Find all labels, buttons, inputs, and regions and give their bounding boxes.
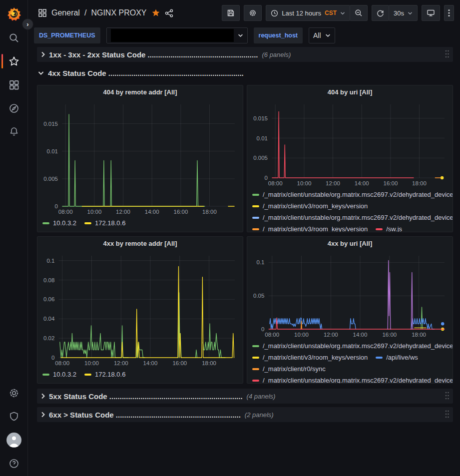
legend-swatch xyxy=(376,357,383,359)
panel-title[interactable]: 4xx by uri [All] xyxy=(247,237,453,251)
gear-icon xyxy=(8,388,19,399)
svg-text:18:00: 18:00 xyxy=(202,209,217,215)
grafana-app: › xyxy=(0,0,460,476)
legend-swatch xyxy=(84,222,91,224)
sidebar-item-starred[interactable] xyxy=(0,49,28,73)
legend-label: /_matrix/client/v3/room_keys/version xyxy=(263,352,368,363)
row-panel-count: (4 panels) xyxy=(247,393,276,400)
variable-label-request-host[interactable]: request_host xyxy=(254,27,303,43)
time-series-chart[interactable]: 08:0010:0012:0014:0016:0018:0000.0050.01… xyxy=(247,99,453,188)
legend-item[interactable]: /_matrix/client/unstable/org.matrix.msc2… xyxy=(252,340,453,352)
legend-item[interactable]: /_matrix/client/r0/sync xyxy=(252,363,326,375)
sidebar-bottom xyxy=(0,381,28,476)
svg-text:08:00: 08:00 xyxy=(265,332,279,338)
legend-item[interactable]: /_matrix/client/v3/room_keys/version xyxy=(252,200,368,212)
legend-item[interactable]: 172.18.0.6 xyxy=(84,369,125,380)
variables-bar: DS_PROMETHEUS request_host All xyxy=(28,26,460,45)
refresh-button[interactable] xyxy=(372,5,389,21)
sidebar-item-alerting[interactable] xyxy=(0,120,28,143)
row-title: 6xx > Status Code ......................… xyxy=(49,411,241,419)
legend-swatch xyxy=(252,228,259,230)
chart-legend: 10.0.3.2172.18.0.6 xyxy=(37,216,243,232)
row-drag-handle[interactable] xyxy=(445,49,450,60)
svg-text:16:00: 16:00 xyxy=(174,209,188,215)
save-dashboard-button[interactable] xyxy=(222,5,240,21)
star-filled-icon[interactable] xyxy=(151,8,160,17)
svg-text:0.02: 0.02 xyxy=(43,335,54,341)
sidebar-expand-button[interactable]: › xyxy=(22,18,33,30)
legend-swatch xyxy=(84,374,91,376)
sidebar-item-dashboards[interactable] xyxy=(0,73,28,96)
row-drag-handle[interactable] xyxy=(445,391,450,402)
request-host-select[interactable]: All xyxy=(309,27,335,43)
legend-item[interactable]: 10.0.3.2 xyxy=(42,369,76,380)
svg-text:16:00: 16:00 xyxy=(382,332,397,338)
help-icon xyxy=(8,458,19,469)
sidebar-item-explore[interactable] xyxy=(0,96,28,120)
legend-swatch xyxy=(252,345,259,347)
row-panel-count: (2 panels) xyxy=(245,411,274,419)
svg-text:18:00: 18:00 xyxy=(202,360,216,366)
panel-404-by-remote-addr: 404 by remote addr [All] 08:0010:0012:00… xyxy=(37,85,243,232)
chart-legend: /_matrix/client/unstable/org.matrix.msc2… xyxy=(247,188,453,232)
legend-item[interactable]: /_matrix/client/v3/room_keys/version xyxy=(252,352,368,363)
svg-text:18:00: 18:00 xyxy=(412,332,426,338)
time-series-chart[interactable]: 08:0010:0012:0014:0016:0018:0000.050.1 xyxy=(247,251,453,339)
svg-text:0.06: 0.06 xyxy=(43,296,54,302)
legend-swatch xyxy=(42,374,49,376)
chevron-down-icon xyxy=(238,33,243,37)
legend-label: 10.0.3.2 xyxy=(53,369,76,380)
time-series-chart[interactable]: 08:0010:0012:0014:0016:0018:0000.020.040… xyxy=(37,251,243,368)
row-1xx-3xx-2xx[interactable]: 1xx - 3xx - 2xx Status Code ............… xyxy=(37,47,453,62)
row-4xx[interactable]: 4xx Status Code ........................… xyxy=(37,66,453,80)
svg-text:08:00: 08:00 xyxy=(268,180,283,186)
row-6xx[interactable]: 6xx > Status Code ......................… xyxy=(37,407,453,422)
variable-label-datasource[interactable]: DS_PROMETHEUS xyxy=(34,27,100,43)
zoom-out-time-button[interactable] xyxy=(350,5,368,21)
sidebar-item-configuration[interactable] xyxy=(0,381,28,405)
breadcrumb-separator: / xyxy=(84,8,86,17)
legend-item[interactable]: /sw.js xyxy=(376,223,402,232)
svg-text:12:00: 12:00 xyxy=(114,360,128,366)
chart-legend: /_matrix/client/unstable/org.matrix.msc2… xyxy=(247,339,453,383)
legend-swatch xyxy=(252,368,259,370)
legend-item[interactable]: /_matrix/client/unstable/org.matrix.msc2… xyxy=(252,212,453,223)
sidebar-item-profile[interactable] xyxy=(0,428,28,452)
avatar-person-icon xyxy=(6,433,21,448)
legend-item[interactable]: 172.18.0.6 xyxy=(84,217,125,229)
refresh-interval-picker[interactable]: 30s xyxy=(389,5,418,21)
cycle-view-mode-button[interactable] xyxy=(422,5,440,21)
legend-label: /api/live/ws xyxy=(386,352,418,363)
sidebar-item-server-admin[interactable] xyxy=(0,405,28,428)
legend-item[interactable]: /_matrix/client/unstable/org.matrix.msc2… xyxy=(252,375,453,383)
panel-title[interactable]: 404 by remote addr [All] xyxy=(37,85,243,99)
legend-item[interactable]: /_matrix/client/v3/room_keys/version xyxy=(252,223,368,232)
sidebar-item-help[interactable] xyxy=(0,452,28,475)
datasource-select[interactable] xyxy=(106,27,248,43)
panel-title[interactable]: 4xx by remote addr [All] xyxy=(37,237,243,251)
legend-swatch xyxy=(252,205,259,207)
time-series-chart[interactable]: 08:0010:0012:0014:0016:0018:0000.0050.01… xyxy=(37,99,243,216)
dashboard-toolbar: Last 12 hours CST xyxy=(222,5,454,21)
legend-label: /_matrix/client/v3/room_keys/version xyxy=(263,223,368,232)
breadcrumb-folder[interactable]: General xyxy=(51,8,80,17)
row-drag-handle[interactable] xyxy=(445,410,450,420)
dashboard-title[interactable]: NGINX PROXY xyxy=(91,8,146,17)
svg-text:14:00: 14:00 xyxy=(355,180,369,186)
panel-title[interactable]: 404 by uri [All] xyxy=(247,85,453,99)
svg-text:0: 0 xyxy=(51,355,54,361)
row-5xx[interactable]: 5xx Status Code ........................… xyxy=(37,389,453,404)
time-range-picker[interactable]: Last 12 hours CST xyxy=(266,5,350,21)
legend-item[interactable]: /_matrix/client/unstable/org.matrix.msc2… xyxy=(252,189,453,200)
svg-text:16:00: 16:00 xyxy=(172,360,187,366)
monitor-icon xyxy=(427,9,435,17)
legend-item[interactable]: 10.0.3.2 xyxy=(42,217,76,229)
dashboard-settings-button[interactable] xyxy=(244,5,262,21)
panel-4xx-by-remote-addr: 4xx by remote addr [All] 08:0010:0012:00… xyxy=(37,236,243,384)
kebab-menu-button[interactable] xyxy=(444,5,454,21)
legend-item[interactable]: /api/live/ws xyxy=(376,352,418,363)
svg-text:0.08: 0.08 xyxy=(43,277,54,283)
sidebar-item-search[interactable] xyxy=(0,26,28,49)
row-title: 5xx Status Code ........................… xyxy=(49,392,243,401)
share-icon[interactable] xyxy=(165,9,173,17)
